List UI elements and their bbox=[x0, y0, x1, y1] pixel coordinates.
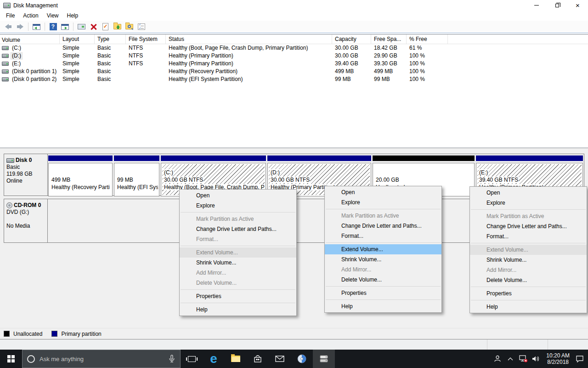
menu-item-mark-partition-active[interactable]: Mark Partition as Active bbox=[325, 211, 441, 221]
menu-item-extend-volume[interactable]: Extend Volume... bbox=[325, 244, 441, 254]
partition-label: (E:) bbox=[479, 169, 582, 176]
cell-free-space: 39.30 GB bbox=[371, 60, 407, 68]
column-file-system[interactable]: File System bbox=[126, 34, 166, 44]
console-tree-button[interactable] bbox=[31, 22, 42, 32]
menu-action[interactable]: Action bbox=[19, 11, 42, 20]
column-capacity[interactable]: Capacity bbox=[332, 34, 371, 44]
partition-label bbox=[375, 169, 473, 176]
clock[interactable]: 10:20 AM 8/2/2018 bbox=[543, 352, 572, 365]
menu-item-mark-partition-active[interactable]: Mark Partition as Active bbox=[180, 214, 296, 224]
menu-item-add-mirror[interactable]: Add Mirror... bbox=[325, 264, 441, 275]
hidden-icons-button[interactable] bbox=[505, 350, 516, 368]
menu-item-delete-volume[interactable]: Delete Volume... bbox=[180, 278, 296, 288]
action-pane-button[interactable] bbox=[60, 22, 70, 32]
properties-button[interactable] bbox=[76, 22, 87, 32]
delete-x-icon bbox=[90, 23, 97, 30]
cortana-search-box[interactable]: Ask me anything bbox=[22, 350, 181, 368]
set-active-button[interactable] bbox=[100, 22, 111, 32]
menu-view[interactable]: View bbox=[43, 11, 63, 20]
partition-c[interactable]: (C:) 30.00 GB NTFS Healthy (Boot, Page F… bbox=[161, 155, 266, 194]
menu-item-delete-volume[interactable]: Delete Volume... bbox=[325, 275, 441, 285]
menu-item-properties[interactable]: Properties bbox=[470, 288, 587, 299]
explore-button[interactable] bbox=[124, 22, 135, 32]
menu-item-change-drive-letter[interactable]: Change Drive Letter and Paths... bbox=[470, 221, 587, 231]
cdrom-info[interactable]: CD-ROM 0 DVD (G:) No Media bbox=[4, 199, 48, 242]
column-free-space[interactable]: Free Spa... bbox=[371, 34, 407, 44]
store-button[interactable] bbox=[247, 350, 269, 368]
mail-button[interactable] bbox=[269, 350, 291, 368]
back-button[interactable] bbox=[3, 22, 13, 32]
menu-item-open[interactable]: Open bbox=[470, 188, 587, 198]
menu-item-properties[interactable]: Properties bbox=[325, 288, 441, 298]
close-button[interactable]: × bbox=[567, 0, 588, 11]
menu-item-properties[interactable]: Properties bbox=[180, 291, 296, 301]
task-view-button[interactable] bbox=[181, 350, 203, 368]
menu-item-extend-volume[interactable]: Extend Volume... bbox=[470, 245, 587, 255]
menu-item-help[interactable]: Help bbox=[470, 302, 587, 312]
view-options-button[interactable] bbox=[136, 22, 147, 32]
menu-item-mark-partition-active[interactable]: Mark Partition as Active bbox=[470, 211, 587, 221]
delete-button[interactable] bbox=[88, 22, 99, 32]
system-tray: 10:20 AM 8/2/2018 bbox=[492, 350, 588, 368]
partition-label: (D:) bbox=[270, 169, 370, 176]
menu-file[interactable]: File bbox=[2, 11, 19, 20]
partition-color-bar bbox=[476, 155, 583, 161]
menu-item-open[interactable]: Open bbox=[180, 190, 296, 201]
menu-separator bbox=[471, 287, 586, 287]
toolbar-separator bbox=[45, 23, 45, 31]
column-pct-free[interactable]: % Free bbox=[407, 34, 448, 44]
disk-0-info[interactable]: Disk 0 Basic 119.98 GB Online bbox=[4, 154, 48, 196]
menu-item-explore[interactable]: Explore bbox=[180, 201, 296, 211]
menu-item-help[interactable]: Help bbox=[325, 301, 441, 311]
menu-item-explore[interactable]: Explore bbox=[325, 197, 441, 207]
table-row-partition1[interactable]: (Disk 0 partition 1) Simple Basic Health… bbox=[0, 68, 588, 75]
column-layout[interactable]: Layout bbox=[60, 34, 95, 44]
help-button[interactable]: ? bbox=[48, 22, 58, 32]
file-explorer-button[interactable] bbox=[225, 350, 247, 368]
table-row-c[interactable]: (C:) Simple Basic NTFS Healthy (Boot, Pa… bbox=[0, 44, 588, 52]
menu-help[interactable]: Help bbox=[63, 11, 83, 20]
network-button[interactable] bbox=[518, 350, 529, 368]
menu-item-format[interactable]: Format... bbox=[180, 234, 296, 244]
column-volume[interactable]: Volume bbox=[0, 34, 60, 44]
menu-item-explore[interactable]: Explore bbox=[470, 198, 587, 208]
partition-recovery[interactable]: 499 MB Healthy (Recovery Parti bbox=[48, 155, 113, 194]
menu-item-add-mirror[interactable]: Add Mirror... bbox=[470, 265, 587, 275]
disk-management-taskbar-button[interactable] bbox=[313, 350, 335, 368]
restore-button[interactable] bbox=[547, 0, 567, 11]
minimize-button[interactable] bbox=[526, 0, 547, 11]
cell-status: Healthy (Primary Partition) bbox=[166, 60, 332, 68]
menu-item-add-mirror[interactable]: Add Mirror... bbox=[180, 268, 296, 278]
partition-efi[interactable]: 99 MB Healthy (EFI Syst bbox=[114, 155, 159, 194]
table-row-e[interactable]: (E:) Simple Basic NTFS Healthy (Primary … bbox=[0, 60, 588, 68]
menu-item-format[interactable]: Format... bbox=[325, 231, 441, 241]
edge-button[interactable]: e bbox=[203, 350, 225, 368]
people-button[interactable] bbox=[492, 350, 503, 368]
pane-splitter[interactable] bbox=[0, 148, 588, 152]
menu-item-open[interactable]: Open bbox=[325, 187, 441, 197]
volume-button[interactable] bbox=[531, 350, 542, 368]
menu-item-change-drive-letter[interactable]: Change Drive Letter and Paths... bbox=[325, 221, 441, 231]
forward-button[interactable] bbox=[15, 22, 25, 32]
menu-item-help[interactable]: Help bbox=[180, 305, 296, 315]
menu-item-shrink-volume[interactable]: Shrink Volume... bbox=[325, 254, 441, 264]
column-type[interactable]: Type bbox=[95, 34, 126, 44]
table-row-d[interactable]: (D:) Simple Basic NTFS Healthy (Primary … bbox=[0, 52, 588, 60]
table-row-partition2[interactable]: (Disk 0 partition 2) Simple Basic Health… bbox=[0, 75, 588, 83]
column-status[interactable]: Status bbox=[166, 34, 332, 44]
menu-item-extend-volume[interactable]: Extend Volume... bbox=[180, 247, 296, 258]
menu-item-delete-volume[interactable]: Delete Volume... bbox=[470, 275, 587, 285]
menu-item-shrink-volume[interactable]: Shrink Volume... bbox=[470, 255, 587, 265]
menu-item-change-drive-letter[interactable]: Change Drive Letter and Paths... bbox=[180, 224, 296, 234]
partition-tool-button[interactable] bbox=[291, 350, 313, 368]
menu-item-shrink-volume[interactable]: Shrink Volume... bbox=[180, 258, 296, 268]
menu-separator bbox=[181, 246, 295, 246]
volume-name: (C:) bbox=[11, 44, 22, 52]
action-center-button[interactable] bbox=[574, 350, 585, 368]
display-properties-icon bbox=[78, 24, 85, 29]
start-button[interactable] bbox=[0, 350, 22, 368]
mail-icon bbox=[275, 355, 284, 362]
extend-button[interactable] bbox=[112, 22, 123, 32]
menu-item-format[interactable]: Format... bbox=[470, 231, 587, 242]
cell-layout: Simple bbox=[60, 52, 95, 60]
